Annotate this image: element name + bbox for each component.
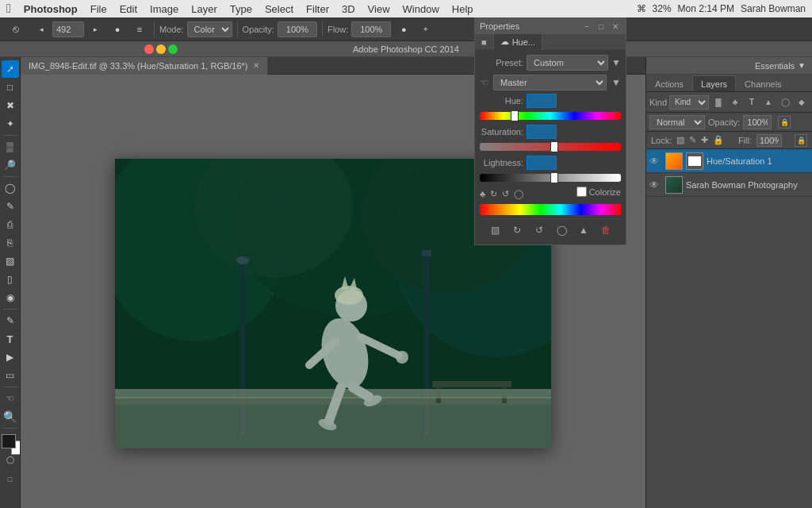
blend-mode-select[interactable]: Color <box>187 21 232 37</box>
tool-selector[interactable]: ⎋ <box>3 20 29 39</box>
angle-btn[interactable]: ⌖ <box>416 20 435 39</box>
lock-position-btn[interactable]: ✚ <box>701 135 708 145</box>
filter-pixel-btn[interactable]: ▓ <box>711 95 726 110</box>
hand-tool[interactable]: ☜ <box>2 390 19 407</box>
properties-action-1[interactable]: ▧ <box>487 222 503 238</box>
opacity-lock-icon[interactable]: 🔒 <box>778 116 791 129</box>
eyedropper-tool[interactable]: 🔎 <box>2 156 19 174</box>
saturation-slider-track[interactable] <box>480 143 621 151</box>
menu-select[interactable]: Select <box>265 3 293 15</box>
adjustment-icon-2[interactable]: ↻ <box>490 189 497 199</box>
lightness-slider-thumb[interactable] <box>550 172 558 183</box>
menu-edit[interactable]: Edit <box>120 3 137 15</box>
properties-action-delete[interactable]: 🗑 <box>598 222 614 238</box>
opacity-input[interactable] <box>743 115 772 129</box>
text-tool[interactable]: T <box>2 330 19 348</box>
brush-size-down[interactable]: ◂ <box>32 20 51 39</box>
filter-smart-btn[interactable]: ◯ <box>778 95 792 110</box>
properties-action-4[interactable]: ◯ <box>553 222 569 238</box>
properties-close-btn[interactable]: ✕ <box>610 21 621 32</box>
layer-filter-select[interactable]: Kind <box>669 95 709 110</box>
hue-slider-track[interactable] <box>480 112 621 120</box>
zoom-tool[interactable]: 🔍 <box>2 408 19 425</box>
menu-file[interactable]: File <box>90 3 107 15</box>
filter-toggle-btn[interactable]: ◆ <box>795 95 809 110</box>
lightness-value-input[interactable]: 0 <box>527 156 557 170</box>
adjustment-icon-4[interactable]: ◯ <box>514 189 523 199</box>
layer-visibility-toggle[interactable]: 👁 <box>649 179 662 190</box>
dodge-tool[interactable]: ◉ <box>2 289 19 306</box>
properties-action-3[interactable]: ↺ <box>531 222 547 238</box>
rectangular-select-tool[interactable]: □ <box>2 79 19 96</box>
channel-dropdown-icon[interactable]: ▼ <box>611 77 621 88</box>
crop-tool[interactable]: ▒ <box>2 138 19 156</box>
opacity-input[interactable] <box>278 21 317 37</box>
tab-channels[interactable]: Channels <box>736 75 790 91</box>
lock-transparent-btn[interactable]: ▧ <box>676 135 684 145</box>
layer-item[interactable]: 👁 Sarah Bowman Photography <box>646 173 812 197</box>
hue-slider-thumb[interactable] <box>511 110 519 121</box>
magic-wand-tool[interactable]: ✦ <box>2 115 19 133</box>
hue-value-input[interactable]: -132 <box>527 94 557 108</box>
properties-tab-hue-sat[interactable]: ☁ Hue... <box>494 34 542 50</box>
brush-options-btn[interactable]: ≡ <box>130 20 149 39</box>
brush-tool[interactable]: ✎ <box>2 198 19 215</box>
menu-view[interactable]: View <box>368 3 390 15</box>
properties-tab-1[interactable]: ■ <box>475 34 494 50</box>
saturation-value-input[interactable]: 0 <box>527 125 557 139</box>
filter-adj-btn[interactable]: ♣ <box>728 95 742 110</box>
flow-input[interactable] <box>351 21 391 37</box>
menu-layer[interactable]: Layer <box>191 3 217 15</box>
lightness-slider-track[interactable] <box>480 174 621 182</box>
layer-visibility-toggle[interactable]: 👁 <box>649 156 662 167</box>
preset-menu-icon[interactable]: ▼ <box>611 57 621 68</box>
adjustment-icon-3[interactable]: ↺ <box>502 189 509 199</box>
saturation-slider-thumb[interactable] <box>550 141 558 152</box>
menu-image[interactable]: Image <box>150 3 178 15</box>
lock-image-btn[interactable]: ✎ <box>689 135 696 145</box>
document-tab[interactable]: IMG_8948-Edit.tif @ 33.3% (Hue/Saturatio… <box>21 57 268 75</box>
menu-help[interactable]: Help <box>452 3 473 15</box>
shape-tool[interactable]: ▭ <box>2 367 19 384</box>
colorize-checkbox[interactable] <box>576 187 587 197</box>
menu-3d[interactable]: 3D <box>342 3 355 15</box>
menu-filter[interactable]: Filter <box>306 3 329 15</box>
filter-shape-btn[interactable]: ▲ <box>761 95 776 110</box>
preset-select[interactable]: Custom <box>527 55 608 71</box>
tab-layers[interactable]: Layers <box>692 75 736 91</box>
history-brush-tool[interactable]: ⎘ <box>2 234 19 252</box>
colorize-label[interactable]: Colorize <box>576 187 621 197</box>
blend-mode-select[interactable]: Normal <box>649 115 705 129</box>
spot-heal-tool[interactable]: ◯ <box>2 179 19 197</box>
properties-action-2[interactable]: ↻ <box>509 222 525 238</box>
fill-input[interactable] <box>756 134 782 147</box>
properties-minimize-btn[interactable]: − <box>581 21 592 32</box>
minimize-btn[interactable] <box>156 44 166 54</box>
move-tool[interactable]: ➚ <box>2 60 19 78</box>
tab-actions[interactable]: Actions <box>646 75 692 91</box>
brush-size-up[interactable]: ▸ <box>86 20 105 39</box>
menu-window[interactable]: Window <box>403 3 439 15</box>
color-swatches[interactable] <box>2 431 19 448</box>
maximize-btn[interactable] <box>168 44 178 54</box>
fill-lock-icon[interactable]: 🔒 <box>795 134 807 147</box>
filter-type-btn[interactable]: T <box>745 95 759 110</box>
tab-close-icon[interactable]: ✕ <box>253 61 259 70</box>
screen-mode-btn[interactable]: □ <box>2 471 19 488</box>
airbrush-btn[interactable]: ● <box>394 20 413 39</box>
properties-action-5[interactable]: ▲ <box>576 222 592 238</box>
range-select-icon[interactable]: ☜ <box>480 77 488 88</box>
clone-stamp-tool[interactable]: ⎙ <box>2 216 19 233</box>
channel-select[interactable]: Master <box>493 75 607 90</box>
lasso-tool[interactable]: ✖ <box>2 97 19 114</box>
adjustment-icon-1[interactable]: ♣ <box>480 189 485 198</box>
path-select-tool[interactable]: ▶ <box>2 348 19 366</box>
eraser-tool[interactable]: ▧ <box>2 252 19 270</box>
brush-preset-btn[interactable]: ● <box>108 20 127 39</box>
lock-all-btn[interactable]: 🔒 <box>713 135 724 145</box>
properties-expand-btn[interactable]: □ <box>596 21 607 32</box>
foreground-color[interactable] <box>2 434 16 448</box>
apple-logo[interactable]:  <box>6 2 11 16</box>
menu-type[interactable]: Type <box>230 3 252 15</box>
close-btn[interactable] <box>144 44 154 54</box>
